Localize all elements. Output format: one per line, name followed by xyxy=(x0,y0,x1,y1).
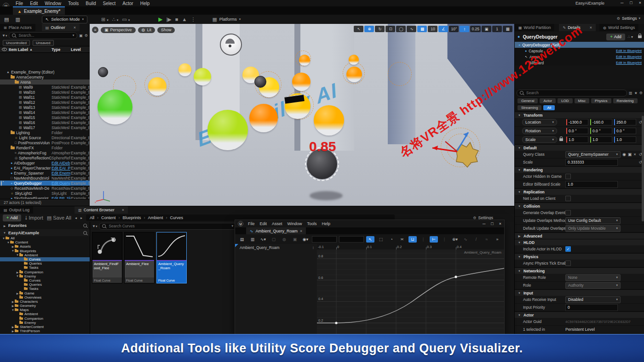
browse-icon[interactable]: ▥ xyxy=(248,236,257,243)
key-value-input[interactable] xyxy=(339,236,364,243)
rotate-tool-icon[interactable]: ↻ xyxy=(375,26,385,32)
vector-value-field[interactable]: 1.0 xyxy=(590,136,612,143)
outliner-row[interactable]: ▧Wall10StaticMeslExample_E xyxy=(0,90,90,95)
value-input[interactable]: 0.333333 xyxy=(565,159,618,166)
section-header-hlod[interactable]: ▼HLOD xyxy=(515,239,644,245)
curve-track-row[interactable]: Ambient_Query_Roam ↕ xyxy=(235,244,317,251)
tangent-break-icon[interactable]: / xyxy=(472,236,480,243)
frame-icon[interactable]: ▣ xyxy=(291,236,299,243)
utility-sphere[interactable] xyxy=(98,90,132,124)
camera-speed-icon[interactable]: ▣ xyxy=(482,26,491,32)
asset-tile[interactable]: Ambient_FindFood_FleeFloat Curve xyxy=(92,232,122,283)
section-header-transform[interactable]: ▼Transform xyxy=(515,112,644,118)
value-input[interactable]: 1.0 xyxy=(565,181,618,188)
filter-chip-general[interactable]: General xyxy=(518,98,538,103)
utility-sphere[interactable] xyxy=(292,73,310,91)
utility-sphere[interactable] xyxy=(346,67,362,82)
edit-in-blueprint-link[interactable]: Edit in Blueprint xyxy=(616,61,642,65)
pin-icon[interactable]: ◍ xyxy=(280,236,288,243)
show-dropdown[interactable]: Show xyxy=(157,27,175,33)
blueprints-dropdown[interactable]: ∴ ▾ xyxy=(112,17,119,23)
close-button[interactable]: × xyxy=(639,0,641,5)
maximize-button[interactable]: □ xyxy=(630,0,632,5)
tab-world-partition[interactable]: ▦ World Partition xyxy=(515,24,554,31)
folder-tree-row[interactable]: Ambient xyxy=(0,312,90,316)
section-header-collision[interactable]: ▼Collision xyxy=(515,203,644,209)
axis-snap-dropdown[interactable]: ⊕▾ xyxy=(451,236,459,243)
asset-search[interactable]: ▾ xyxy=(99,223,236,230)
folder-tree-row[interactable]: ▶Characters xyxy=(0,300,90,304)
outliner-row[interactable]: ▧Wall15StaticMeslExample_E xyxy=(0,115,90,120)
filter-chip-misc[interactable]: Misc xyxy=(575,98,589,103)
vector-axis-dropdown[interactable]: Scale▾ xyxy=(522,136,557,143)
folder-tree-row[interactable]: Enemy xyxy=(0,321,90,325)
vector-axis-dropdown[interactable]: Rotation▾ xyxy=(522,128,557,134)
camera-speed-value[interactable]: 1 xyxy=(492,26,502,32)
folder-tree-row[interactable]: ▼Maps xyxy=(0,308,90,312)
folder-tree-row[interactable]: ▶ThirdPerson xyxy=(0,329,90,333)
breadcrumb-item-all[interactable]: All xyxy=(90,215,94,220)
dropdown[interactable]: Only Update Movable▾ xyxy=(565,225,621,232)
cinematics-dropdown[interactable]: ▭ ▾ xyxy=(122,17,130,23)
maximize-viewport-icon[interactable]: ▦ xyxy=(503,26,512,32)
key-time-input[interactable] xyxy=(312,236,337,243)
add-asset-button[interactable]: +Add xyxy=(3,215,21,221)
selection-mode-dropdown[interactable]: ↖ Selection Mode ▾ xyxy=(42,16,87,23)
use-selected-icon[interactable]: ◉ xyxy=(622,152,626,157)
outliner-row[interactable]: RenderFXFolder xyxy=(0,145,90,150)
folder-tree-row[interactable]: ▶StarterContent xyxy=(0,325,90,329)
curve-menu-help[interactable]: Help xyxy=(322,221,331,226)
dropdown[interactable]: None▾ xyxy=(565,274,621,281)
minimize-button[interactable]: ─ xyxy=(483,221,485,226)
outliner-row-type[interactable]: Edit Query xyxy=(52,181,70,186)
curve-menu-edit[interactable]: Edit xyxy=(260,221,267,226)
stop-button[interactable]: ■ xyxy=(175,17,178,22)
checkbox[interactable] xyxy=(565,174,571,179)
vector-value-field[interactable]: 0.0 ° xyxy=(614,128,636,134)
select-keys-icon[interactable]: ▢ xyxy=(270,236,278,243)
scale-tool-icon[interactable]: ⊡ xyxy=(385,26,395,32)
snap-time-icon[interactable]: ⊔ xyxy=(408,236,417,243)
platforms-dropdown[interactable]: ▦ Platforms ▾ xyxy=(212,17,241,23)
utility-sphere[interactable] xyxy=(299,55,310,66)
vector-axis-dropdown[interactable]: Location▾ xyxy=(522,119,557,125)
folder-tree-row[interactable]: Queries xyxy=(0,261,90,266)
menu-actor[interactable]: Actor xyxy=(122,1,133,6)
filter-chip-rendering[interactable]: Rendering xyxy=(613,98,638,103)
outliner-row[interactable]: ▧Wall9StaticMeslExample_E xyxy=(0,85,90,90)
column-level[interactable]: Level xyxy=(71,47,81,52)
folder-tree-row[interactable]: ▼Content xyxy=(0,240,90,244)
select-tool-icon[interactable]: ↖ xyxy=(366,236,374,243)
display-options-icon[interactable]: ▥ xyxy=(629,91,632,95)
search-icon[interactable] xyxy=(83,231,87,235)
vector-value-field[interactable]: -160.0 xyxy=(590,119,612,125)
edit-in-blueprint-link[interactable]: Edit in Blueprint xyxy=(616,55,642,59)
chip-uncontrolled[interactable]: Uncontrolled xyxy=(3,40,30,46)
curve-key[interactable] xyxy=(335,322,337,324)
vector-value-field[interactable]: 1.0 xyxy=(614,136,636,143)
world-space-icon[interactable]: ◯ xyxy=(396,26,406,32)
import-button[interactable]: ⭣ Import xyxy=(25,215,43,221)
edit-in-blueprint-link[interactable]: Edit in Blueprint xyxy=(616,49,642,53)
utility-sphere[interactable] xyxy=(194,68,211,85)
add-actor-dropdown[interactable]: ⊞ ▾ xyxy=(101,17,109,23)
folder-tree-row[interactable]: ▶Assets xyxy=(0,244,90,249)
outliner-row[interactable]: ☼Light SourceDirectionalExample_E xyxy=(0,135,90,140)
folder-tree-row[interactable]: Tasks xyxy=(0,287,90,291)
favorites-star-icon[interactable]: ★ xyxy=(634,91,638,95)
breadcrumb-item-ambient[interactable]: Ambient xyxy=(148,215,163,220)
curve-plot[interactable]: Ambient_Query_Roam 0.20.40.60.8 xyxy=(317,249,504,334)
lock-icon[interactable] xyxy=(559,138,563,141)
folder-tree-row[interactable]: Overviews xyxy=(0,295,90,300)
folder-tree-row[interactable]: ▼Ambient xyxy=(0,253,90,257)
eject-button[interactable]: ▲ xyxy=(182,17,187,22)
snap-value-options-icon[interactable]: ⋮ xyxy=(440,236,448,243)
frame-skip-button[interactable]: |▶ xyxy=(167,17,172,23)
outliner-row[interactable]: ●Enemy_SpawnerEdit EnemyExample_E xyxy=(0,170,90,175)
menu-file[interactable]: File xyxy=(16,1,23,6)
asset-tile[interactable]: Ambient_FleeFloat Curve xyxy=(124,232,155,283)
close-icon[interactable]: × xyxy=(74,25,76,30)
tangent-flatten-icon[interactable]: ≈ xyxy=(483,236,491,243)
value-input[interactable]: 0 xyxy=(565,304,618,311)
outliner-row[interactable]: ▧Wall17StaticMeslExample_E xyxy=(0,125,90,130)
